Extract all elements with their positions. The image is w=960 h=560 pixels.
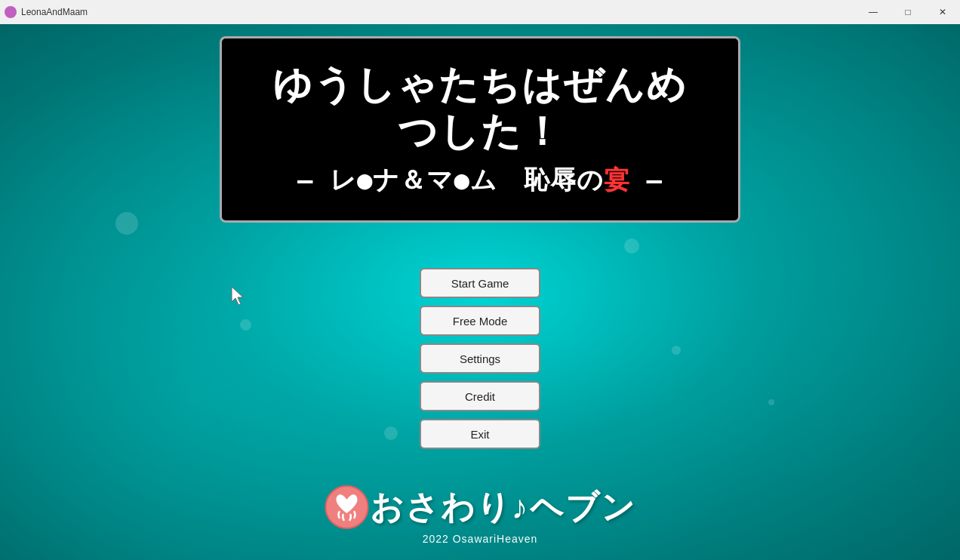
titlebar: LeonaAndMaam — □ ✕ (0, 0, 960, 24)
close-button[interactable]: ✕ (925, 0, 960, 24)
main-menu: Start GameFree ModeSettingsCreditExit (420, 268, 540, 449)
logo-text-japanese: おさわり♪ヘブン (370, 485, 636, 530)
logo-area: おさわり♪ヘブン 2022 OsawariHeaven (325, 485, 636, 545)
exit-button[interactable]: Exit (420, 419, 540, 449)
maximize-button[interactable]: □ (891, 0, 925, 24)
credit-button[interactable]: Credit (420, 381, 540, 411)
start-game-button[interactable]: Start Game (420, 268, 540, 298)
title-line2-prefix: ― レ●ナ＆マ●ム 恥辱の (297, 165, 604, 195)
free-mode-button[interactable]: Free Mode (420, 306, 540, 336)
app-title: LeonaAndMaam (21, 7, 856, 17)
title-box: ゆうしゃたちはぜんめつした！ ― レ●ナ＆マ●ム 恥辱の宴 ― (220, 36, 740, 223)
title-line1: ゆうしゃたちはぜんめつした！ (252, 61, 708, 155)
settings-button[interactable]: Settings (420, 343, 540, 374)
title-line2: ― レ●ナ＆マ●ム 恥辱の宴 ― (252, 163, 708, 198)
logo-graphic: おさわり♪ヘブン (325, 485, 636, 530)
window-controls: — □ ✕ (856, 0, 960, 24)
logo-icon (325, 485, 370, 530)
logo-text-english: 2022 OsawariHeaven (325, 533, 636, 545)
title-line2-red: 宴 (604, 165, 630, 195)
title-line2-suffix: ― (630, 165, 663, 195)
minimize-button[interactable]: — (856, 0, 891, 24)
app-icon (5, 6, 17, 18)
